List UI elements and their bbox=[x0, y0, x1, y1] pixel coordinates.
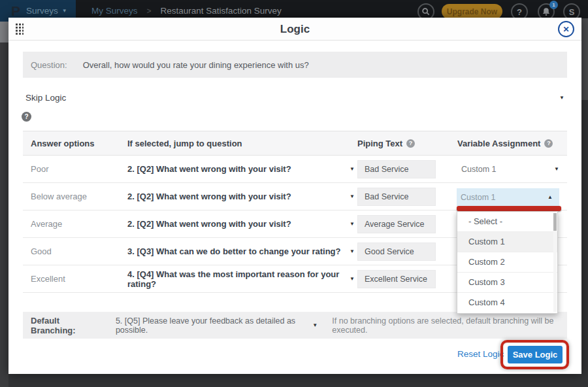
piping-text-input[interactable]: Bad Service bbox=[357, 188, 436, 206]
dropdown-option[interactable]: Custom 4 bbox=[457, 293, 557, 313]
chevron-up-icon: ▲ bbox=[547, 194, 553, 200]
nav-surveys[interactable]: Surveys ▼ bbox=[26, 6, 67, 16]
close-icon: ✕ bbox=[563, 25, 569, 34]
header-piping-text: Piping Text ? bbox=[357, 139, 457, 148]
save-logic-button[interactable]: Save Logic bbox=[508, 346, 563, 363]
chevron-down-icon: ▼ bbox=[350, 194, 355, 199]
jump-question-value: 4. [Q4] What was the most important reas… bbox=[127, 269, 350, 289]
jump-question-value: 2. [Q2] What went wrong with your visit? bbox=[127, 192, 291, 201]
upgrade-now-button[interactable]: Upgrade Now bbox=[442, 4, 502, 19]
default-branching-note: If no branching options are selected, de… bbox=[332, 316, 559, 335]
screen: My Surveys > Restaurant Satisfaction Sur… bbox=[0, 0, 588, 387]
jump-question-dropdown[interactable]: 2. [Q2] What went wrong with your visit?… bbox=[127, 219, 357, 229]
modal-title: Logic bbox=[8, 18, 581, 41]
help-icon: ? bbox=[517, 7, 522, 17]
default-branching-label: Default Branching: bbox=[31, 316, 97, 335]
jump-question-dropdown[interactable]: 3. [Q3] What can we do better to change … bbox=[127, 246, 357, 256]
answer-option-label: Below average bbox=[23, 192, 127, 201]
question-bar: Question: Overall, how would you rate yo… bbox=[23, 52, 567, 78]
close-button[interactable]: ✕ bbox=[558, 21, 574, 37]
dropdown-option-highlighted[interactable]: Custom 1 bbox=[457, 232, 557, 252]
search-icon bbox=[421, 7, 431, 16]
dropdown-option[interactable]: - Select - bbox=[457, 212, 557, 232]
table-header-row: Answer options If selected, jump to ques… bbox=[23, 131, 567, 156]
jump-question-value: 2. [Q2] What went wrong with your visit? bbox=[127, 219, 291, 229]
piping-text-input[interactable]: Good Service bbox=[357, 243, 436, 261]
skip-logic-help-icon[interactable]: ? bbox=[22, 112, 31, 122]
avatar-initial: S bbox=[569, 7, 575, 17]
dropdown-option[interactable]: Custom 3 bbox=[457, 273, 557, 293]
question-text: Overall, how would you rate your dining … bbox=[83, 60, 309, 70]
chevron-down-icon: ▼ bbox=[350, 276, 355, 282]
logic-type-value: Skip Logic bbox=[25, 93, 66, 103]
piping-text-input[interactable]: Average Service bbox=[357, 215, 436, 233]
question-label: Question: bbox=[31, 60, 67, 70]
reset-logic-link[interactable]: Reset Logic bbox=[457, 349, 504, 359]
nav-surveys-label: Surveys bbox=[26, 6, 58, 16]
annotation-red-underline bbox=[457, 206, 561, 211]
chevron-down-icon: ▼ bbox=[62, 8, 67, 14]
variable-assignment-open-dropdown[interactable]: Custom 1 ▲ bbox=[457, 188, 559, 206]
notification-badge: 1 bbox=[549, 1, 558, 9]
jump-question-dropdown[interactable]: 2. [Q2] What went wrong with your visit?… bbox=[127, 192, 357, 201]
page-edge-left-top bbox=[0, 22, 8, 42]
header-piping-text-label: Piping Text bbox=[357, 139, 402, 148]
question-mark-glyph: ? bbox=[24, 113, 28, 120]
brand-logo[interactable]: P bbox=[11, 4, 20, 18]
default-branching-dropdown[interactable]: 5. [Q5] Please leave your feedback as de… bbox=[116, 316, 303, 335]
breadcrumb-current: Restaurant Satisfaction Survey bbox=[161, 6, 282, 16]
dropdown-scrollbar-thumb[interactable] bbox=[553, 213, 557, 231]
dropdown-scrollbar[interactable] bbox=[553, 213, 557, 312]
answer-option-label: Excellent bbox=[23, 274, 127, 284]
chevron-down-icon: ▼ bbox=[554, 166, 559, 172]
dropdown-selected-value: Custom 1 bbox=[461, 193, 496, 202]
header-variable-assignment: Variable Assignment ? bbox=[457, 139, 567, 148]
piping-text-help-icon[interactable]: ? bbox=[406, 139, 415, 148]
variable-assignment-value: Custom 1 bbox=[461, 165, 497, 174]
jump-question-value: 2. [Q2] What went wrong with your visit? bbox=[127, 164, 291, 174]
dropdown-option[interactable]: Custom 2 bbox=[457, 252, 557, 273]
answer-option-label: Good bbox=[23, 246, 127, 256]
header-jump-question: If selected, jump to question bbox=[127, 139, 357, 148]
chevron-down-icon: ▼ bbox=[312, 322, 318, 328]
answer-option-label: Poor bbox=[23, 164, 127, 174]
variable-assignment-dropdown[interactable]: Custom 1 ▼ bbox=[457, 165, 567, 174]
piping-text-input[interactable]: Excellent Service bbox=[357, 270, 436, 288]
variable-assignment-help-icon[interactable]: ? bbox=[544, 139, 553, 148]
chevron-down-icon: ▼ bbox=[350, 166, 355, 172]
header-variable-assignment-label: Variable Assignment bbox=[457, 139, 540, 148]
header-answer-options: Answer options bbox=[23, 139, 127, 148]
dropdown-options-panel: - Select - Custom 1 Custom 2 Custom 3 Cu… bbox=[457, 211, 558, 314]
breadcrumb-parent[interactable]: My Surveys bbox=[91, 6, 138, 16]
bell-icon bbox=[542, 7, 551, 16]
chevron-down-icon: ▼ bbox=[350, 248, 355, 254]
logic-type-dropdown[interactable]: Skip Logic ▼ bbox=[23, 83, 567, 112]
table-row: Poor 2. [Q2] What went wrong with your v… bbox=[23, 156, 567, 183]
default-branching-bar: Default Branching: 5. [Q5] Please leave … bbox=[23, 312, 567, 339]
jump-question-dropdown[interactable]: 4. [Q4] What was the most important reas… bbox=[127, 269, 357, 289]
chevron-down-icon: ▼ bbox=[350, 221, 355, 227]
piping-text-input[interactable]: Bad Service bbox=[357, 160, 436, 178]
modal-header: Logic ✕ bbox=[8, 18, 581, 41]
page-edge-right bbox=[581, 18, 588, 100]
answer-option-label: Average bbox=[23, 219, 127, 229]
logic-modal: Logic ✕ Question: Overall, how would you… bbox=[8, 18, 581, 374]
page-edge-left bbox=[0, 42, 8, 387]
jump-question-value: 3. [Q3] What can we do better to change … bbox=[127, 246, 340, 256]
jump-question-dropdown[interactable]: 2. [Q2] What went wrong with your visit?… bbox=[127, 164, 357, 174]
chevron-down-icon: ▼ bbox=[559, 95, 564, 101]
breadcrumb-separator: > bbox=[147, 7, 152, 16]
